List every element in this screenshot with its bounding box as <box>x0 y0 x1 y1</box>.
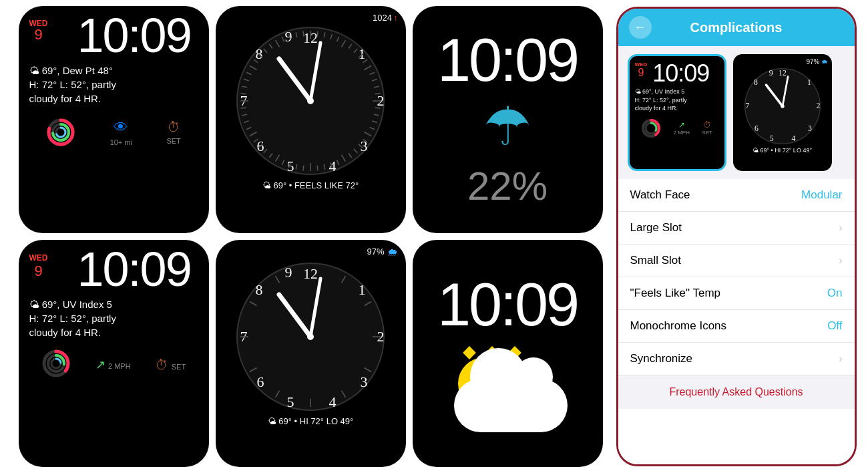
svg-text:2: 2 <box>816 101 820 110</box>
thumbnail-1[interactable]: WED 9 10:09 🌤 69°, UV Index 5 H: 72° L: … <box>628 54 726 171</box>
svg-text:6: 6 <box>257 373 264 390</box>
monochrome-icons-value: Off <box>827 319 842 333</box>
cloud-bump-2 <box>514 357 553 396</box>
svg-text:8: 8 <box>256 281 263 298</box>
speed-arrow-4: ↗ <box>95 358 105 371</box>
timer-icon-4: ⏱ <box>155 357 168 372</box>
date-num-4: 9 <box>34 263 42 280</box>
thumb1-timer: ⏱ <box>703 120 711 130</box>
large-slot-chevron: › <box>839 222 842 234</box>
ray-tl <box>463 346 476 359</box>
svg-text:3: 3 <box>361 373 368 390</box>
thumb1-arrow: ↗ <box>678 120 685 130</box>
clock-face-5: 12 1 2 3 4 5 6 7 8 9 <box>234 260 387 414</box>
activity-ring-1 <box>46 118 75 147</box>
svg-text:1: 1 <box>807 77 811 87</box>
watch-face-1: WED 9 10:09 🌤 69°, Dew Pt 48° H: 72° L: … <box>19 6 209 233</box>
watch-face-5: 97% 🌧 12 1 2 3 4 5 6 7 8 9 <box>216 240 406 467</box>
faq-section[interactable]: Frequently Asked Questions <box>618 375 855 409</box>
time-3: 10:09 <box>437 30 578 90</box>
thumb1-speed: 2 MPH <box>673 130 689 136</box>
svg-text:9: 9 <box>769 68 773 77</box>
svg-line-48 <box>303 165 304 170</box>
thumb2-weather: 🌤 69° • HI 72° LO 49° <box>752 147 812 154</box>
svg-text:7: 7 <box>745 101 749 110</box>
settings-list: Watch Face Modular Large Slot › Small Sl… <box>618 179 855 464</box>
watch-face-2: 1024 ↑ 12 1 2 3 4 5 6 7 8 9 <box>216 6 406 233</box>
bottom-weather-2: 🌤 69° • FEELS LIKE 72° <box>262 180 359 190</box>
watch-face-3: 10:09 ☂ 22% <box>413 6 603 233</box>
thumb1-weather: 🌤 69°, UV Index 5 H: 72° L: 52°, partly … <box>635 88 719 113</box>
clock-face-2: 12 1 2 3 4 5 6 7 8 9 <box>234 24 387 178</box>
watch-face-value: Modular <box>801 188 842 202</box>
svg-line-63 <box>241 94 246 94</box>
watch-face-6: 10:09 <box>413 240 603 467</box>
weather-line1-4: 🌤 69°, UV Index 5 <box>29 297 198 311</box>
weather-line3-1: cloudy for 4 HR. <box>29 92 198 106</box>
feels-like-value: On <box>827 287 843 300</box>
svg-line-76 <box>303 31 304 37</box>
timer-item-4: ⏱ SET <box>155 357 186 373</box>
date-row-4: WED 9 10:09 <box>29 251 198 293</box>
svg-text:5: 5 <box>769 134 773 143</box>
bottom-row-4: ↗ 2 MPH ⏱ SET <box>29 349 198 381</box>
back-button[interactable]: ← <box>629 16 652 39</box>
phone-panel: ← Complications WED 9 10:09 🌤 69°, UV In… <box>616 7 857 466</box>
panel-header: ← Complications <box>618 9 855 46</box>
rain-icon-5: 🌧 <box>387 247 398 259</box>
visibility-item-1: 👁 10+ mi <box>110 119 132 146</box>
watch-face-4: WED 9 10:09 🌤 69°, UV Index 5 H: 72° L: … <box>19 240 209 467</box>
weather-1: 🌤 69°, Dew Pt 48° H: 72° L: 52°, partly … <box>29 63 198 106</box>
svg-point-79 <box>307 98 314 104</box>
bottom-weather-5: 🌤 69° • HI 72° LO 49° <box>268 416 354 426</box>
svg-text:4: 4 <box>791 134 795 143</box>
settings-feels-like[interactable]: "Feels Like" Temp On <box>618 277 855 310</box>
timer-label-1: SET <box>166 137 180 145</box>
watch-face-label: Watch Face <box>630 188 690 202</box>
visibility-label-1: 10+ mi <box>110 138 132 146</box>
bottom-row-1: 👁 10+ mi ⏱ SET <box>29 118 198 147</box>
date-row-1: WED 9 10:09 <box>29 17 198 59</box>
large-slot-label: Large Slot <box>630 221 682 234</box>
svg-line-61 <box>241 108 246 108</box>
timer-label-4: SET <box>172 363 186 371</box>
svg-line-33 <box>375 108 380 108</box>
svg-text:4: 4 <box>329 158 337 174</box>
small-slot-label: Small Slot <box>630 254 682 267</box>
pressure-val-2: 1024 <box>373 13 392 23</box>
thumbnail-2[interactable]: 97% 🌧 12 1 2 3 4 5 6 7 8 9 <box>733 54 832 171</box>
thumb1-num: 9 <box>638 67 644 78</box>
eye-icon-1: 👁 <box>114 119 128 136</box>
monochrome-icons-label: Monochrome Icons <box>630 319 727 333</box>
timer-item-1: ⏱ SET <box>166 120 180 145</box>
settings-synchronize[interactable]: Synchronize › <box>618 343 855 375</box>
svg-text:5: 5 <box>287 393 294 410</box>
svg-text:1: 1 <box>359 45 366 62</box>
settings-large-slot[interactable]: Large Slot › <box>618 212 855 245</box>
settings-small-slot[interactable]: Small Slot › <box>618 245 855 277</box>
umbrella-icon: ☂ <box>483 96 531 158</box>
day-label-4: WED <box>29 253 48 263</box>
svg-text:4: 4 <box>329 393 337 410</box>
settings-monochrome-icons[interactable]: Monochrome Icons Off <box>618 310 855 343</box>
svg-text:12: 12 <box>303 265 318 282</box>
speed-item-4: ↗ 2 MPH <box>95 357 131 372</box>
feels-like-label: "Feels Like" Temp <box>630 287 721 300</box>
thumb2-top: 97% 🌧 <box>737 58 828 65</box>
svg-line-31 <box>375 94 380 94</box>
svg-text:9: 9 <box>285 28 292 45</box>
weather-line2-4: H: 72° L: 52°, partly <box>29 311 198 325</box>
settings-watch-face[interactable]: Watch Face Modular <box>618 179 855 212</box>
thumb2-clock: 12 1 2 3 4 5 6 7 8 9 <box>743 67 822 146</box>
thumbnail-row: WED 9 10:09 🌤 69°, UV Index 5 H: 72° L: … <box>618 46 855 179</box>
svg-line-46 <box>317 165 318 170</box>
svg-text:1: 1 <box>359 281 366 298</box>
cloud-body <box>454 379 568 432</box>
weather-line1-1: 🌤 69°, Dew Pt 48° <box>29 63 198 77</box>
back-arrow-icon: ← <box>634 21 646 35</box>
synchronize-chevron: › <box>839 353 842 365</box>
time-6: 10:09 <box>437 275 578 335</box>
percent-3: 22% <box>467 163 548 209</box>
thumb1-ring <box>641 118 661 138</box>
svg-text:3: 3 <box>807 124 811 133</box>
